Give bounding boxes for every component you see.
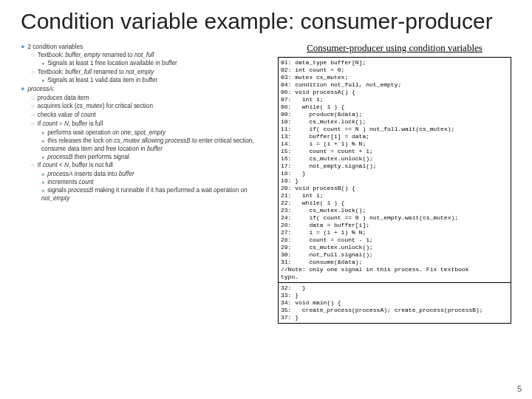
sub2-release: this releases the lock on cs_mutex allow… <box>41 137 272 153</box>
text: produces data item <box>38 95 89 101</box>
page-number: 5 <box>517 384 522 393</box>
sub2-signal: processB then performs signal <box>41 153 272 161</box>
text: Signals at least 1 valid data item in bu… <box>47 77 157 83</box>
bullet-text: 2 condition variables <box>27 44 83 50</box>
sub-if-notfull: If count < N, buffer is not full process… <box>31 161 272 202</box>
sub2-insert: processA inserts data into buffer <box>41 170 272 178</box>
sub-buffer-empty: Textbook: buffer_empty renamed to not_fu… <box>31 51 272 68</box>
bullet-processa: processA: produces data item acquires lo… <box>21 84 272 202</box>
code-listing-1: 01: data_type buffer[N]; 02: int count =… <box>278 57 511 283</box>
sub2-signals-valid: Signals at least 1 valid data item in bu… <box>41 76 272 84</box>
text: Signals at least 1 free location availab… <box>47 60 177 66</box>
sub2-increment: increments count <box>41 178 272 186</box>
slide-title: Condition variable example: consumer-pro… <box>21 9 511 35</box>
code-title: Consumer-producer using condition variab… <box>278 42 511 54</box>
code-listing-2: 32: } 33: } 34: void main() { 35: create… <box>278 283 511 324</box>
right-column: Consumer-producer using condition variab… <box>278 42 511 324</box>
content-columns: 2 condition variables Textbook: buffer_e… <box>21 42 511 324</box>
sub-produces: produces data item <box>31 94 272 103</box>
sub2-signals-free: Signals at least 1 free location availab… <box>41 59 272 67</box>
sub2-wait: performs wait operation on one_spot_empt… <box>41 129 272 137</box>
sub-if-full: If count = N, buffer is full performs wa… <box>31 120 272 161</box>
bullet-condvars: 2 condition variables Textbook: buffer_e… <box>21 42 272 85</box>
sub-checks: checks value of count <box>31 111 272 120</box>
sub-acquires: acquires lock (cs_mutex) for critical se… <box>31 102 272 111</box>
sub2-signalb: signals processB making it runnable if i… <box>41 186 272 202</box>
left-column: 2 condition variables Textbook: buffer_e… <box>21 42 272 324</box>
sub-buffer-full: Textbook: buffer_full renamed to not_emp… <box>31 68 272 85</box>
slide: Condition variable example: consumer-pro… <box>0 0 532 399</box>
